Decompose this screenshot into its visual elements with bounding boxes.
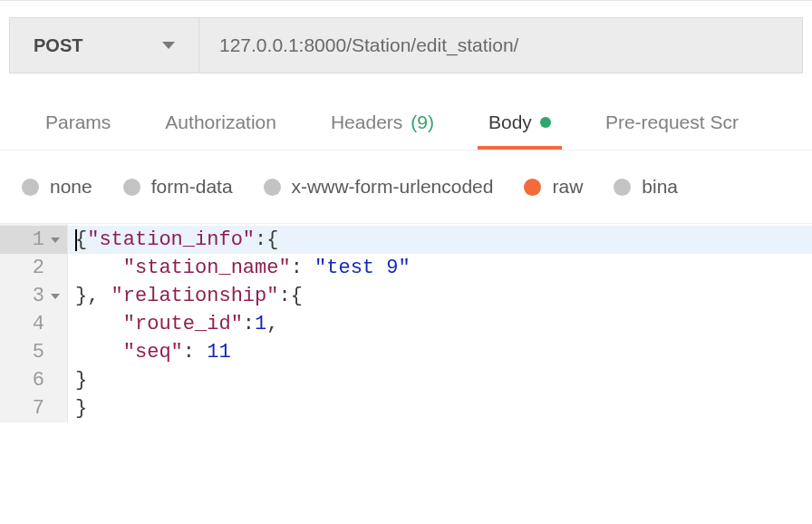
body-type-selector: none form-data x-www-form-urlencoded raw… [0,150,812,223]
code-editor[interactable]: 1 2 3 4 5 6 7 {"station_info":{ "station… [0,223,812,422]
code-line: "station_name": "test 9" [68,254,812,282]
http-method-select[interactable]: POST [9,17,199,73]
body-type-binary-label: bina [642,176,678,198]
body-type-formdata[interactable]: form-data [123,176,233,198]
body-type-none-label: none [50,176,92,198]
tab-body[interactable]: Body [461,112,578,150]
tab-headers-label: Headers [331,112,402,133]
gutter-line: 4 [0,310,67,338]
body-type-raw[interactable]: raw [524,176,583,198]
code-line: } [68,394,812,422]
body-type-binary[interactable]: bina [614,176,678,198]
tab-params[interactable]: Params [18,112,138,150]
tab-headers[interactable]: Headers (9) [304,112,461,150]
gutter-line: 1 [0,226,67,254]
line-number: 7 [33,394,44,422]
code-line: }, "relationship":{ [68,282,812,310]
gutter-line: 7 [0,394,67,422]
gutter-line: 2 [0,254,67,282]
body-type-none[interactable]: none [22,176,92,198]
code-line: "seq": 11 [68,338,812,366]
tab-authorization[interactable]: Authorization [138,112,304,150]
tab-body-label: Body [488,112,532,133]
code-line: "route_id":1, [68,310,812,338]
line-number: 3 [33,282,44,310]
gutter-line: 6 [0,366,67,394]
tab-prerequest[interactable]: Pre-request Scr [578,112,766,150]
fold-icon[interactable] [51,238,60,243]
body-type-formdata-label: form-data [151,176,233,198]
fold-icon[interactable] [51,294,60,299]
radio-icon [264,179,281,196]
url-input[interactable]: 127.0.0.1:8000/Station/edit_station/ [199,17,803,73]
url-text: 127.0.0.1:8000/Station/edit_station/ [219,34,518,56]
code-line: {"station_info":{ [68,226,812,254]
body-type-raw-label: raw [552,176,583,198]
radio-icon [123,179,140,196]
radio-icon [22,179,39,196]
radio-icon [524,179,541,196]
request-bar: POST 127.0.0.1:8000/Station/edit_station… [0,1,812,73]
body-type-xwww-label: x-www-form-urlencoded [292,176,494,198]
line-number: 2 [33,254,44,282]
dot-icon [540,117,551,128]
editor-code[interactable]: {"station_info":{ "station_name": "test … [68,224,812,422]
line-number: 6 [33,366,44,394]
editor-gutter: 1 2 3 4 5 6 7 [0,224,68,422]
tab-prerequest-label: Pre-request Scr [605,112,739,133]
radio-icon [614,179,631,196]
code-line: } [68,366,812,394]
line-number: 4 [33,310,44,338]
tab-params-label: Params [45,112,111,133]
gutter-line: 5 [0,338,67,366]
request-tabs: Params Authorization Headers (9) Body Pr… [0,73,812,150]
gutter-line: 3 [0,282,67,310]
line-number: 5 [33,338,44,366]
body-type-xwww[interactable]: x-www-form-urlencoded [264,176,494,198]
chevron-down-icon [162,42,175,49]
line-number: 1 [33,226,44,254]
http-method-label: POST [34,35,82,56]
tab-headers-count: (9) [411,112,434,133]
tab-authorization-label: Authorization [165,112,276,133]
